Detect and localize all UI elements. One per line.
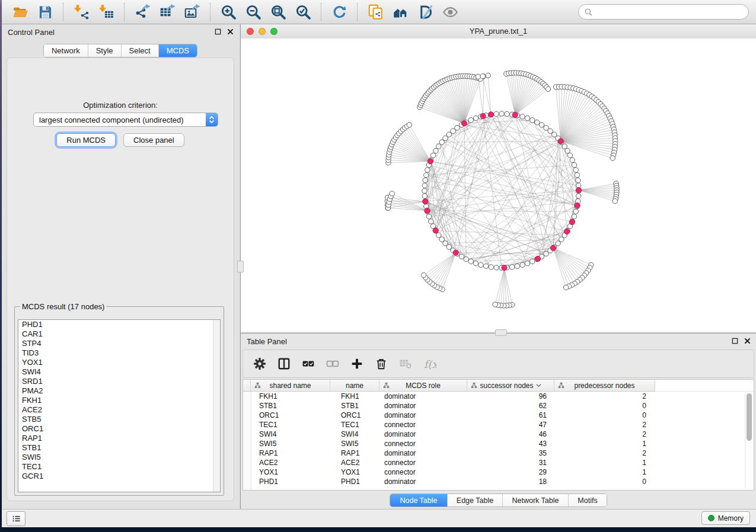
mcds-result-item[interactable]: RAP1	[18, 434, 220, 443]
select-all-icon	[302, 357, 315, 370]
search-input[interactable]	[596, 7, 743, 17]
horizontal-splitter-handle[interactable]	[495, 329, 507, 336]
cell-shared_name: SWI5	[251, 439, 330, 448]
table-row[interactable]: RAP1RAP1dominator352	[251, 448, 745, 458]
export-image-button[interactable]	[180, 2, 205, 22]
cell-mcds_role: dominator	[379, 392, 467, 401]
table-row[interactable]: ACE2ACE2connector311	[251, 458, 745, 467]
float-table-panel-icon[interactable]	[731, 337, 739, 345]
mcds-result-list[interactable]: PHD1CAR1STP4TID3YOX1SWI4SRD1PMA2FKH1ACE2…	[18, 319, 221, 492]
zoom-fit-icon	[270, 4, 286, 20]
float-panel-icon[interactable]	[214, 28, 222, 36]
table-row[interactable]: YOX1YOX1connector291	[251, 467, 745, 477]
select-all-button[interactable]	[302, 357, 315, 370]
network-manager-button[interactable]	[388, 2, 413, 22]
cell-successor_nodes: 35	[467, 448, 554, 458]
task-history-button[interactable]	[7, 511, 25, 526]
tab-mcds[interactable]: MCDS	[159, 44, 197, 57]
import-table-icon	[98, 4, 114, 20]
eye-icon	[442, 4, 458, 20]
mcds-result-item[interactable]: SWI4	[18, 367, 220, 377]
import-network-button[interactable]	[69, 2, 94, 22]
network-window-titlebar[interactable]: YPA_prune.txt_1	[241, 24, 756, 39]
zoom-out-button[interactable]	[241, 2, 266, 22]
tab-network-table[interactable]: Network Table	[503, 494, 569, 507]
network-graph[interactable]	[241, 39, 756, 332]
mcds-result-item[interactable]: SWI5	[18, 453, 220, 462]
export-table-icon	[160, 4, 176, 20]
result-list-scrollbar[interactable]	[213, 320, 220, 492]
column-header-name[interactable]: name	[330, 380, 379, 392]
column-header-successor_nodes[interactable]: successor nodes	[467, 380, 554, 392]
cell-name: ORC1	[330, 411, 379, 420]
column-header-predecessor_nodes[interactable]: predecessor nodes	[554, 380, 655, 392]
zoom-fit-button[interactable]	[266, 2, 291, 22]
table-row[interactable]: STB1STB1dominator620	[251, 401, 745, 411]
import-table-button[interactable]	[94, 2, 119, 22]
node-table[interactable]: shared namenameMCDS rolesuccessor nodesp…	[243, 379, 754, 491]
close-panel-icon[interactable]	[227, 28, 234, 36]
delete-column-button[interactable]	[375, 357, 388, 370]
memory-label: Memory	[718, 514, 744, 523]
mcds-result-item[interactable]: PHD1	[18, 320, 220, 329]
tab-select[interactable]: Select	[122, 44, 159, 57]
table-row[interactable]: SWI5SWI5connector431	[251, 439, 745, 448]
table-row[interactable]: ORC1ORC1dominator610	[251, 411, 745, 420]
tab-edge-table[interactable]: Edge Table	[448, 494, 503, 507]
export-web-button[interactable]	[363, 2, 388, 22]
table-row[interactable]: SWI4SWI4dominator462	[251, 430, 745, 439]
mcds-result-item[interactable]: YOX1	[18, 358, 220, 367]
refresh-view-button[interactable]	[327, 2, 352, 22]
table-row[interactable]: FKH1FKH1dominator962	[251, 392, 745, 401]
zoom-selected-button[interactable]	[291, 2, 315, 22]
export-network-button[interactable]	[130, 2, 155, 22]
close-table-panel-icon[interactable]	[744, 337, 751, 345]
open-file-button[interactable]	[8, 2, 33, 22]
optimization-criterion-label: Optimization criterion:	[7, 101, 234, 110]
mcds-result-item[interactable]: SRD1	[18, 377, 220, 386]
table-scrollbar-thumb[interactable]	[747, 393, 752, 441]
export-table-button[interactable]	[155, 2, 180, 22]
mcds-result-item[interactable]: ORC1	[18, 424, 220, 434]
columns-button[interactable]	[277, 357, 291, 370]
graphics-details-button[interactable]	[413, 2, 438, 22]
vertical-splitter-handle[interactable]	[237, 261, 244, 273]
control-panel: Control Panel NetworkStyleSelectMCDS Opt…	[2, 24, 239, 509]
memory-button[interactable]: Memory	[701, 511, 750, 525]
mcds-result-item[interactable]: CAR1	[18, 329, 220, 339]
criterion-select[interactable]: largest connected component (undirected)	[33, 113, 218, 127]
save-session-button[interactable]	[33, 2, 58, 22]
mcds-result-item[interactable]: STP4	[18, 339, 220, 348]
mcds-result-item[interactable]: STB5	[18, 415, 220, 424]
table-row[interactable]: TEC1TEC1connector472	[251, 420, 745, 430]
gear-button[interactable]	[253, 357, 266, 370]
cell-mcds_role: connector	[379, 467, 467, 477]
zoom-in-button[interactable]	[216, 2, 241, 22]
mcds-result-item[interactable]: FKH1	[18, 396, 220, 405]
tab-motifs[interactable]: Motifs	[569, 494, 607, 507]
tree-icon	[254, 382, 261, 389]
zoom-in-icon	[221, 4, 237, 20]
column-header-mcds_role[interactable]: MCDS role	[379, 380, 467, 392]
run-mcds-button[interactable]: Run MCDS	[56, 133, 116, 147]
tab-node-table[interactable]: Node Table	[390, 494, 448, 507]
mcds-result-item[interactable]: TEC1	[18, 462, 220, 472]
add-column-button[interactable]	[350, 357, 363, 370]
mcds-result-item[interactable]: GCR1	[18, 472, 220, 481]
deselect-all-button[interactable]	[326, 357, 339, 370]
column-header-shared_name[interactable]: shared name	[251, 380, 330, 392]
mcds-result-item[interactable]: ACE2	[18, 405, 220, 415]
mcds-result-item[interactable]: STB1	[18, 443, 220, 453]
toolbar-separator	[124, 3, 125, 21]
import-network-icon	[74, 4, 90, 20]
search-box[interactable]	[578, 4, 749, 20]
mcds-result-item[interactable]: TID3	[18, 348, 220, 358]
mcds-result-item[interactable]: PMA2	[18, 386, 220, 396]
network-canvas[interactable]	[241, 39, 756, 332]
table-row[interactable]: PHD1PHD1dominator180	[251, 477, 745, 486]
tab-network[interactable]: Network	[44, 44, 88, 57]
tab-style[interactable]: Style	[88, 44, 122, 57]
close-panel-button[interactable]: Close panel	[123, 133, 184, 147]
application-window: Control Panel NetworkStyleSelectMCDS Opt…	[2, 0, 756, 527]
table-scrollbar[interactable]	[745, 392, 753, 489]
